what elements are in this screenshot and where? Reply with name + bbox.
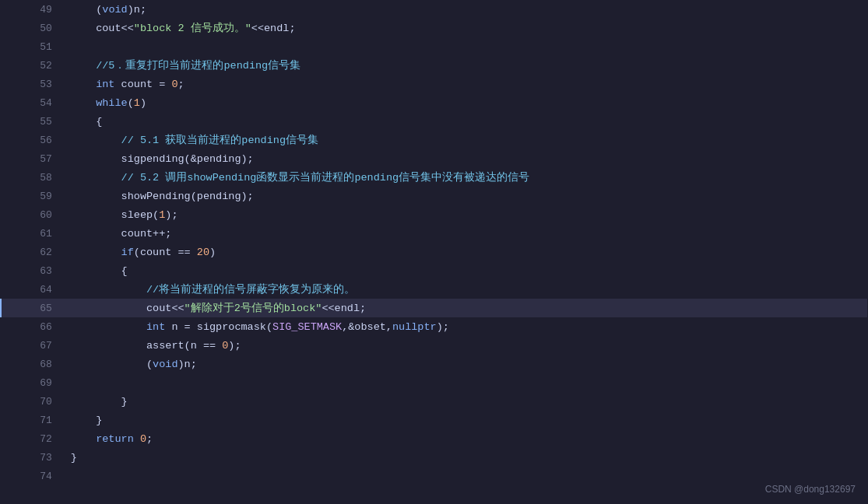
table-row: 72 return 0;: [1, 429, 867, 448]
table-row: 62 if(count == 20): [1, 243, 867, 261]
line-content: showPending(pending);: [65, 187, 867, 205]
line-content: cout<<"解除对于2号信号的block"<<endl;: [65, 299, 867, 317]
table-row: 57 sigpending(&pending);: [1, 149, 867, 168]
line-number: 70: [1, 392, 65, 411]
line-content: //5．重复打印当前进程的pending信号集: [65, 56, 867, 75]
line-number: 62: [1, 243, 65, 261]
line-content: int count = 0;: [65, 75, 867, 93]
line-number: 66: [1, 317, 65, 336]
line-number: 55: [1, 112, 65, 131]
line-content: cout<<"block 2 信号成功。"<<endl;: [65, 19, 867, 37]
table-row: 53 int count = 0;: [1, 75, 867, 93]
line-number: 63: [1, 261, 65, 280]
line-content: (void)n;: [65, 355, 867, 373]
table-row: 73}: [1, 448, 867, 467]
line-number: 56: [1, 131, 65, 149]
table-row: 68 (void)n;: [1, 355, 867, 373]
line-content: [65, 37, 867, 56]
table-row: 74: [1, 467, 867, 485]
line-content: }: [65, 411, 867, 429]
code-editor: 49 (void)n;50 cout<<"block 2 信号成功。"<<end…: [0, 0, 868, 504]
table-row: 50 cout<<"block 2 信号成功。"<<endl;: [1, 19, 867, 37]
table-row: 51: [1, 37, 867, 56]
line-number: 67: [1, 336, 65, 355]
table-row: 54 while(1): [1, 93, 867, 112]
line-number: 49: [1, 0, 65, 19]
table-row: 67 assert(n == 0);: [1, 336, 867, 355]
line-number: 65: [1, 299, 65, 317]
line-number: 73: [1, 448, 65, 467]
table-row: 58 // 5.2 调用showPending函数显示当前进程的pending信…: [1, 168, 867, 187]
line-number: 57: [1, 149, 65, 168]
line-number: 59: [1, 187, 65, 205]
table-row: 66 int n = sigprocmask(SIG_SETMASK,&obse…: [1, 317, 867, 336]
line-content: return 0;: [65, 429, 867, 448]
line-number: 51: [1, 37, 65, 56]
table-row: 65 cout<<"解除对于2号信号的block"<<endl;: [1, 299, 867, 317]
line-content: (void)n;: [65, 0, 867, 19]
line-content: //将当前进程的信号屏蔽字恢复为原来的。: [65, 280, 867, 299]
table-row: 55 {: [1, 112, 867, 131]
line-content: while(1): [65, 93, 867, 112]
line-content: }: [65, 448, 867, 467]
table-row: 71 }: [1, 411, 867, 429]
line-number: 71: [1, 411, 65, 429]
line-content: count++;: [65, 224, 867, 243]
table-row: 60 sleep(1);: [1, 205, 867, 224]
line-number: 72: [1, 429, 65, 448]
line-number: 50: [1, 19, 65, 37]
line-content: if(count == 20): [65, 243, 867, 261]
line-number: 74: [1, 467, 65, 485]
code-table: 49 (void)n;50 cout<<"block 2 信号成功。"<<end…: [0, 0, 868, 485]
line-content: sigpending(&pending);: [65, 149, 867, 168]
line-content: int n = sigprocmask(SIG_SETMASK,&obset,n…: [65, 317, 867, 336]
line-number: 52: [1, 56, 65, 75]
watermark-label: CSDN @dong132697: [765, 484, 856, 495]
table-row: 52 //5．重复打印当前进程的pending信号集: [1, 56, 867, 75]
table-row: 61 count++;: [1, 224, 867, 243]
table-row: 69: [1, 373, 867, 392]
table-row: 49 (void)n;: [1, 0, 867, 19]
line-content: // 5.1 获取当前进程的pending信号集: [65, 131, 867, 149]
line-number: 60: [1, 205, 65, 224]
table-row: 56 // 5.1 获取当前进程的pending信号集: [1, 131, 867, 149]
table-row: 63 {: [1, 261, 867, 280]
line-content: [65, 467, 867, 485]
line-number: 53: [1, 75, 65, 93]
line-content: assert(n == 0);: [65, 336, 867, 355]
line-content: [65, 373, 867, 392]
line-content: {: [65, 261, 867, 280]
line-number: 54: [1, 93, 65, 112]
line-content: // 5.2 调用showPending函数显示当前进程的pending信号集中…: [65, 168, 867, 187]
line-content: {: [65, 112, 867, 131]
line-content: }: [65, 392, 867, 411]
table-row: 59 showPending(pending);: [1, 187, 867, 205]
line-number: 58: [1, 168, 65, 187]
table-row: 70 }: [1, 392, 867, 411]
line-number: 64: [1, 280, 65, 299]
line-number: 69: [1, 373, 65, 392]
line-number: 68: [1, 355, 65, 373]
line-number: 61: [1, 224, 65, 243]
line-content: sleep(1);: [65, 205, 867, 224]
table-row: 64 //将当前进程的信号屏蔽字恢复为原来的。: [1, 280, 867, 299]
